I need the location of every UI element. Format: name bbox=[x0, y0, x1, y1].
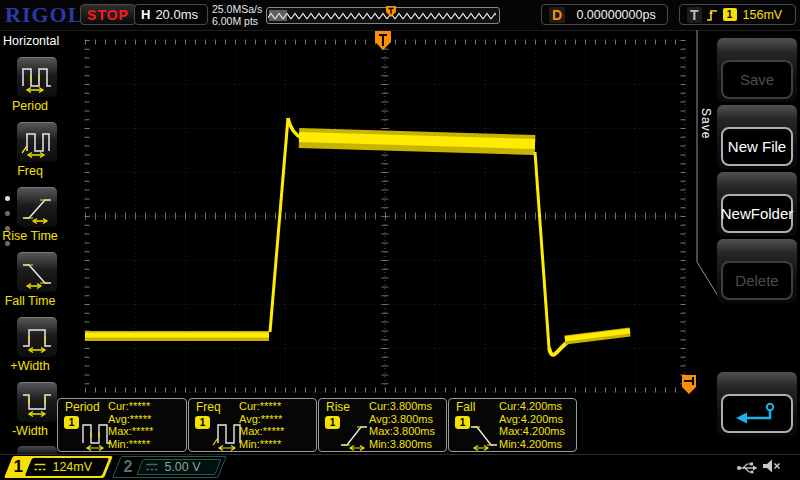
channel-scale: 124mV bbox=[52, 460, 92, 474]
new-file-button[interactable]: New File bbox=[721, 127, 793, 166]
horizontal-timebase-box[interactable]: H 20.0ms bbox=[134, 4, 208, 25]
measurement-row: Cur:***** bbox=[239, 400, 284, 413]
waveform-display[interactable] bbox=[60, 30, 697, 398]
measurement-row: Avg:3.800ms bbox=[369, 413, 435, 426]
usb-icon bbox=[736, 460, 758, 475]
measurement-source-badge: 1 bbox=[455, 416, 470, 429]
measurement-row: Cur:3.800ms bbox=[369, 400, 435, 413]
return-arrow-icon bbox=[734, 401, 780, 427]
trigger-box[interactable]: T 1 156mV bbox=[679, 4, 796, 25]
measure-item-minus-width[interactable] bbox=[17, 382, 57, 422]
speaker-muted-icon bbox=[762, 458, 781, 475]
channel-number: 2 bbox=[123, 458, 132, 476]
channel-2-tab[interactable]: 2 5.00 V bbox=[112, 456, 227, 478]
rigol-logo: RIGOL bbox=[5, 2, 83, 28]
new-folder-button[interactable]: NewFolder bbox=[721, 194, 793, 233]
measure-item-freq[interactable] bbox=[17, 122, 57, 162]
preview-trigger-marker-icon[interactable] bbox=[385, 5, 397, 18]
measurement-name: Freq bbox=[196, 400, 221, 414]
menu-page-dot bbox=[5, 196, 10, 201]
measure-item-rise-time[interactable] bbox=[17, 187, 57, 227]
menu-page-dot bbox=[5, 211, 10, 216]
measurement-panel-freq[interactable]: Freq 1 Cur:***** Avg:***** Max:***** Min… bbox=[188, 398, 317, 452]
softkey-new-folder[interactable]: NewFolder bbox=[717, 172, 797, 236]
measure-item-label: +Width bbox=[0, 359, 60, 373]
delay-box[interactable]: D 0.00000000ps bbox=[541, 4, 668, 25]
measurement-row: Max:***** bbox=[239, 425, 284, 438]
fall-time-icon bbox=[469, 417, 503, 451]
measurement-row: Avg:4.200ms bbox=[499, 413, 565, 426]
channel-1-tab[interactable]: 1 124mV bbox=[4, 456, 113, 478]
measure-item-label: Period bbox=[0, 99, 60, 113]
trigger-label: T bbox=[687, 7, 702, 23]
freq-icon bbox=[20, 127, 54, 159]
horizontal-label: H bbox=[141, 7, 150, 22]
measurement-row: Avg:***** bbox=[239, 413, 284, 426]
preview-waveform bbox=[267, 9, 497, 23]
rise-time-icon bbox=[339, 417, 373, 451]
right-menu-title: Save bbox=[699, 108, 713, 139]
measurement-row: Avg:***** bbox=[108, 413, 153, 426]
measurement-name: Period bbox=[65, 400, 100, 414]
back-button[interactable] bbox=[721, 394, 793, 433]
measurement-row: Max:3.800ms bbox=[369, 425, 435, 438]
measurement-source-badge: 1 bbox=[64, 416, 79, 429]
run-stop-indicator[interactable]: STOP bbox=[80, 4, 136, 25]
measurement-panel-rise[interactable]: Rise 1 Cur:3.800ms Avg:3.800ms Max:3.800… bbox=[318, 398, 447, 452]
save-button[interactable]: Save bbox=[721, 60, 793, 99]
measurement-row: Max:***** bbox=[108, 425, 153, 438]
top-status-bar: RIGOL STOP H 20.0ms 25.0MSa/s 6.00M pts bbox=[0, 0, 800, 31]
measurement-source-badge: 1 bbox=[325, 416, 340, 429]
timebase-value: 20.0ms bbox=[155, 7, 198, 22]
measurement-name: Rise bbox=[326, 400, 350, 414]
delete-button[interactable]: Delete bbox=[721, 261, 793, 300]
rise-time-icon bbox=[20, 192, 54, 224]
measure-item-period[interactable] bbox=[17, 57, 57, 97]
softkey-delete[interactable]: Delete bbox=[717, 239, 797, 303]
measurement-panel-period[interactable]: Period 1 Cur:***** Avg:***** Max:***** M… bbox=[57, 398, 187, 452]
channel-scale: 5.00 V bbox=[164, 460, 200, 474]
softkey-new-file[interactable]: New File bbox=[717, 105, 797, 169]
measurement-row: Min:4.200ms bbox=[499, 438, 565, 451]
measure-item-label: -Width bbox=[0, 424, 60, 438]
acquisition-info: 25.0MSa/s 6.00M pts bbox=[212, 3, 262, 27]
measure-menu-title: Horizontal bbox=[3, 34, 59, 48]
dc-coupling-icon bbox=[33, 462, 46, 472]
trigger-level-value: 156mV bbox=[743, 8, 783, 22]
measure-item-label: Fall Time bbox=[0, 294, 60, 308]
softkey-back[interactable] bbox=[717, 372, 797, 436]
delay-label: D bbox=[549, 7, 565, 23]
measurement-row: Cur:***** bbox=[108, 400, 153, 413]
measurement-row: Cur:4.200ms bbox=[499, 400, 565, 413]
waveform-preview-bar[interactable] bbox=[266, 7, 500, 24]
trigger-source-badge: 1 bbox=[723, 8, 737, 21]
measurement-panel-fall[interactable]: Fall 1 Cur:4.200ms Avg:4.200ms Max:4.200… bbox=[448, 398, 577, 452]
plus-width-icon bbox=[20, 322, 54, 354]
delay-value: 0.00000000ps bbox=[576, 8, 655, 22]
measurement-row: Min:3.800ms bbox=[369, 438, 435, 451]
measure-item-partial bbox=[17, 446, 57, 454]
measure-item-label: Freq bbox=[0, 164, 60, 178]
sample-rate: 25.0MSa/s bbox=[212, 3, 262, 15]
measurement-source-badge: 1 bbox=[195, 416, 210, 429]
fall-time-icon bbox=[20, 257, 54, 289]
measurement-row: Max:4.200ms bbox=[499, 425, 565, 438]
rising-edge-icon bbox=[706, 8, 718, 22]
measure-item-plus-width[interactable] bbox=[17, 317, 57, 357]
measurement-row: Min:***** bbox=[108, 438, 153, 451]
oscilloscope-screen: RIGOL STOP H 20.0ms 25.0MSa/s 6.00M pts bbox=[0, 0, 800, 480]
menu-page-dot bbox=[5, 226, 10, 231]
menu-page-dot bbox=[5, 241, 10, 246]
measurement-name: Fall bbox=[456, 400, 475, 414]
softkey-save[interactable]: Save bbox=[717, 38, 797, 102]
period-icon bbox=[20, 62, 54, 94]
measure-item-fall-time[interactable] bbox=[17, 252, 57, 292]
memory-depth: 6.00M pts bbox=[212, 15, 262, 27]
minus-width-icon bbox=[20, 387, 54, 419]
dc-coupling-icon bbox=[145, 462, 158, 472]
measurement-row: Min:***** bbox=[239, 438, 284, 451]
channel-number: 1 bbox=[13, 457, 22, 477]
